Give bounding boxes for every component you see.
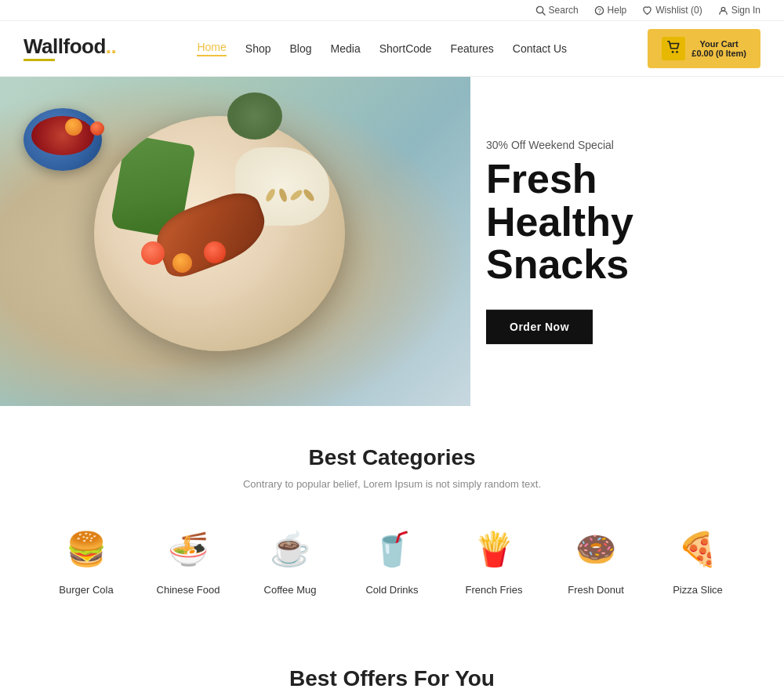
offers-section: Best Offers For You Contrary to popular … [0, 635, 784, 696]
logo-underline [24, 59, 55, 61]
search-icon [535, 5, 546, 16]
french-fries-icon: 🍟 [466, 521, 521, 576]
nav-item-media[interactable]: Media [331, 42, 361, 55]
hero-title-line2: Snacks [486, 241, 629, 287]
cart-label: Your Cart [691, 39, 746, 49]
help-topbar[interactable]: ? Help [594, 5, 627, 16]
cherry-tomatoes-top [63, 116, 107, 141]
hero-title: Fresh Healthy Snacks [486, 158, 721, 286]
fresh-donut-label: Fresh Donut [568, 584, 624, 596]
pine-nuts [266, 187, 314, 207]
pizza-slice-icon: 🍕 [670, 521, 725, 576]
logo-text: Wallfood.. [24, 36, 116, 56]
category-fresh-donut[interactable]: 🍩 Fresh Donut [561, 521, 631, 596]
cart-button[interactable]: Your Cart £0.00 (0 Item) [648, 29, 760, 68]
nav-item-features[interactable]: Features [451, 42, 494, 55]
category-chinese-food[interactable]: 🍜 Chinese Food [153, 521, 223, 596]
logo[interactable]: Wallfood.. [24, 36, 116, 61]
category-burger-cola[interactable]: 🍔 Burger Cola [51, 521, 122, 596]
nav-item-shop[interactable]: Shop [245, 42, 271, 55]
top-bar: Search ? Help Wishlist (0) Sign In [0, 0, 784, 21]
pizza-slice-label: Pizza Slice [673, 584, 723, 596]
hero-order-button[interactable]: Order Now [486, 310, 593, 344]
coffee-mug-label: Coffee Mug [264, 584, 317, 596]
hero-title-line1: Fresh Healthy [486, 156, 633, 245]
wishlist-topbar[interactable]: Wishlist (0) [642, 5, 702, 16]
burger-cola-icon: 🍔 [59, 521, 114, 576]
help-icon: ? [594, 5, 604, 16]
categories-grid: 🍔 Burger Cola 🍜 Chinese Food ☕ Coffee Mu… [24, 521, 760, 596]
nav-item-contact[interactable]: Contact Us [513, 42, 567, 55]
herb-bowl [227, 92, 282, 140]
cold-drinks-label: Cold Drinks [365, 584, 418, 596]
fresh-donut-icon: 🍩 [568, 521, 623, 576]
help-label: Help [608, 5, 627, 16]
chinese-food-icon: 🍜 [161, 521, 216, 576]
cart-price: £0.00 (0 Item) [691, 49, 746, 58]
svg-point-6 [676, 51, 678, 53]
nav-item-blog[interactable]: Blog [290, 42, 312, 55]
plate-decoration [94, 116, 345, 351]
categories-section: Best Categories Contrary to popular beli… [0, 406, 784, 635]
cart-icon [662, 37, 685, 60]
main-nav: Home Shop Blog Media ShortCode Features … [197, 41, 567, 56]
user-icon [718, 5, 728, 16]
header: Wallfood.. Home Shop Blog Media ShortCod… [0, 21, 784, 77]
logo-dots: .. [106, 34, 116, 58]
category-pizza-slice[interactable]: 🍕 Pizza Slice [662, 521, 733, 596]
category-coffee-mug[interactable]: ☕ Coffee Mug [255, 521, 325, 596]
tomato3-decoration [204, 241, 226, 263]
hero-background [0, 77, 470, 406]
category-french-fries[interactable]: 🍟 French Fries [459, 521, 529, 596]
category-cold-drinks[interactable]: 🥤 Cold Drinks [357, 521, 427, 596]
search-topbar[interactable]: Search [535, 5, 579, 16]
categories-title: Best Categories [24, 445, 760, 470]
nav-item-shortcode[interactable]: ShortCode [379, 42, 432, 55]
cold-drinks-icon: 🥤 [365, 521, 419, 576]
svg-line-1 [542, 12, 544, 14]
wishlist-label: Wishlist (0) [655, 5, 702, 16]
nav-item-home[interactable]: Home [197, 41, 226, 56]
svg-point-5 [672, 51, 674, 53]
hero-section: 30% Off Weekend Special Fresh Healthy Sn… [0, 77, 784, 406]
chinese-food-label: Chinese Food [157, 584, 220, 596]
coffee-mug-icon: ☕ [263, 521, 318, 576]
burger-cola-label: Burger Cola [59, 584, 113, 596]
tomato2-decoration [172, 253, 192, 273]
heart-icon [642, 5, 652, 16]
search-label: Search [549, 5, 579, 16]
signin-label: Sign In [731, 5, 760, 16]
svg-text:?: ? [597, 7, 601, 15]
signin-topbar[interactable]: Sign In [718, 5, 760, 16]
offers-title: Best Offers For You [24, 666, 760, 691]
french-fries-label: French Fries [466, 584, 523, 596]
categories-subtitle: Contrary to popular belief, Lorem Ipsum … [24, 478, 760, 490]
hero-subtitle: 30% Off Weekend Special [486, 139, 721, 151]
hero-content: 30% Off Weekend Special Fresh Healthy Sn… [486, 139, 721, 344]
tomato1-decoration [141, 241, 165, 265]
